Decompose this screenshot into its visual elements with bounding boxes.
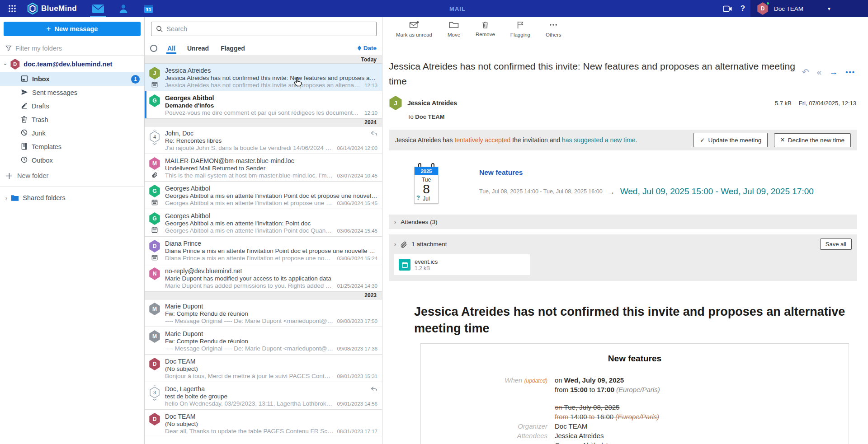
bluemind-mail-app: BlueMind: [0, 0, 868, 444]
block-icon: [21, 129, 28, 137]
toolbar-mark-as-unread[interactable]: Mark as unread: [396, 21, 432, 37]
attachment-size: 1.2 kB: [415, 265, 438, 271]
toolbar-others[interactable]: Others: [546, 21, 561, 37]
help-icon[interactable]: ?: [735, 0, 750, 17]
tab-flagged[interactable]: Flagged: [220, 42, 246, 55]
new-folder-button[interactable]: New folder: [0, 168, 144, 183]
tab-unread[interactable]: Unread: [186, 42, 210, 55]
sender-row: J Jessica Atreides 5.7 kB Fri, 07/04/202…: [389, 96, 857, 110]
contacts-app-icon[interactable]: [114, 0, 133, 17]
message-sender: Georges Abitbol: [165, 212, 377, 220]
message-list-item[interactable]: 3 Doc, Lagertha test de boite de groupe …: [145, 382, 382, 410]
message-list-item[interactable]: G Georges Abitbol Georges Abitbol a mis …: [145, 182, 382, 209]
old-when-row: on Tue, July 08, 2025 from 14:00 to 16:0…: [421, 402, 849, 421]
message-list-item[interactable]: 4 John, Doc Re: Rencontes libres J'ai ra…: [145, 126, 382, 154]
user-menu[interactable]: D Doc TEAM ▼: [750, 0, 868, 17]
toolbar-flagging[interactable]: Flagging: [510, 21, 530, 37]
pencil-icon: [21, 102, 28, 110]
reply-icon[interactable]: ↶: [802, 68, 809, 76]
conversation-expander[interactable]: 4: [149, 130, 160, 145]
sidebar-item-drafts[interactable]: Drafts: [0, 99, 144, 113]
sidebar-item-junk[interactable]: Junk: [0, 126, 144, 140]
event-new-time: Wed, Jul 09, 2025 15:00 - Wed, Jul 09, 2…: [620, 187, 814, 196]
decline-new-time-button[interactable]: × Decline the new time: [774, 133, 851, 147]
update-meeting-button[interactable]: ✓ Update the meeting: [693, 133, 768, 147]
message-list-item[interactable]: N no-reply@dev.bluemind.net Marie Dupont…: [145, 264, 382, 292]
bluemind-logo[interactable]: BlueMind: [27, 3, 77, 14]
shared-folders-toggle[interactable]: › Shared folders: [0, 190, 144, 206]
sidebar-item-inbox[interactable]: Inbox 1: [0, 72, 144, 86]
attendees-toggle[interactable]: › Attendees (3): [389, 215, 857, 229]
calendar-app-icon[interactable]: 31: [139, 0, 158, 17]
more-actions-icon[interactable]: •••: [845, 69, 855, 75]
folder-label: Trash: [32, 116, 48, 123]
search-input[interactable]: [166, 25, 372, 33]
video-call-icon[interactable]: [720, 0, 735, 17]
message-date: 01/25/2024 14:30: [337, 282, 377, 290]
message-sender: John, Doc: [165, 130, 377, 137]
calendar-icon: [151, 254, 158, 262]
sidebar-divider: [0, 187, 144, 187]
unread-count-badge: 1: [131, 75, 140, 84]
previous-message-icon[interactable]: «: [817, 68, 822, 76]
folder-label: Drafts: [32, 103, 49, 110]
mail-app-icon[interactable]: [89, 0, 108, 17]
account-row[interactable]: › D doc.team@dev.bluemind.net: [0, 56, 144, 72]
folder-label: Outbox: [32, 157, 53, 164]
chevron-right-icon[interactable]: ›: [394, 241, 396, 248]
message-list-item[interactable]: G Georges Abitbol Georges Abitbol a mis …: [145, 209, 382, 237]
message-sender: Marie Dupont: [165, 330, 377, 338]
message-list-item[interactable]: M Marie Dupont Fw: Compte Rendu de réuni…: [145, 327, 382, 355]
message-date: 03/07/2024 10:45: [337, 172, 377, 179]
message-subject: (No subject): [165, 421, 377, 428]
sidebar-item-outbox[interactable]: Outbox: [0, 154, 144, 167]
message-list-item[interactable]: J Jessica Atreides Jessica Atreides has …: [145, 64, 382, 91]
message-sender: MAILER-DAEMON@bm-master.blue-mind.loc: [165, 157, 377, 165]
save-all-button[interactable]: Save all: [820, 238, 852, 250]
organizer-row: Organizer Doc TEAM: [421, 421, 849, 431]
message-sender: Doc, Lagertha: [165, 385, 377, 393]
invitation-event-title: New features: [421, 354, 849, 364]
invitation-banner: Jessica Atreides has tentatively accepte…: [389, 130, 857, 150]
message-list-item[interactable]: M Marie Dupont Fw: Compte Rendu de réuni…: [145, 299, 382, 327]
message-list-item[interactable]: D Doc TEAM (No subject) Bonjour à tous, …: [145, 355, 382, 382]
event-month: Jul: [423, 196, 429, 202]
send-icon: [21, 89, 28, 97]
search-icon: [156, 25, 163, 33]
sidebar-item-templates[interactable]: Templates: [0, 140, 144, 154]
select-all-checkbox[interactable]: [150, 45, 157, 52]
account-email: doc.team@dev.bluemind.net: [24, 61, 112, 68]
message-date: 09/01/2023 14:56: [337, 400, 377, 407]
attendee-name: Jessica Atreides: [555, 432, 604, 439]
sidebar-item-sent-messages[interactable]: Sent messages: [0, 86, 144, 99]
attachment-item[interactable]: event.ics 1.2 kB: [394, 254, 530, 275]
chevron-down-icon[interactable]: ›: [2, 63, 9, 65]
folder-filter: [0, 41, 144, 56]
message-subject: Fw: Compte Rendu de réunion: [165, 310, 377, 318]
message-date: 03/06/2024 15:45: [337, 227, 377, 234]
message-toolbar: Mark as unreadMoveRemoveFlaggingOthers: [382, 17, 868, 41]
message-list-item[interactable]: M MAILER-DAEMON@bm-master.blue-mind.loc …: [145, 154, 382, 182]
message-subject: (No subject): [165, 365, 377, 373]
message-preview: Marie Dupont has added permissions to yo…: [165, 282, 333, 290]
sidebar-item-trash[interactable]: Trash: [0, 113, 144, 126]
message-list-item[interactable]: G Georges Abitbol Demande d'infos Pouvez…: [145, 91, 382, 119]
chevron-right-icon: ›: [394, 219, 396, 225]
event-title-link[interactable]: New features: [479, 168, 814, 177]
message-list-item[interactable]: D Diana Prince Diana Prince a mis en att…: [145, 237, 382, 264]
tab-all[interactable]: All: [166, 42, 176, 55]
conversation-expander[interactable]: 3: [149, 385, 160, 401]
toolbar-remove[interactable]: Remove: [476, 21, 495, 37]
svg-text:4: 4: [153, 134, 156, 140]
event-times: Tue, Jul 08, 2025 14:00 - Tue, Jul 08, 2…: [479, 187, 814, 196]
message-preview: hello On Wednesday, 03/29/2023, 13:11, L…: [165, 400, 333, 407]
new-message-button[interactable]: + New message: [4, 22, 141, 36]
inbox-icon: [21, 75, 28, 84]
message-date: 12:13: [364, 82, 377, 89]
message-list-item[interactable]: D Doc TEAM (No subject) Dear all, Thanks…: [145, 410, 382, 437]
folder-filter-input[interactable]: [15, 45, 139, 52]
sort-by-date[interactable]: Date: [358, 45, 377, 51]
next-message-icon[interactable]: →: [829, 68, 838, 76]
toolbar-move[interactable]: Move: [448, 21, 460, 37]
app-launcher-icon[interactable]: [4, 0, 21, 17]
